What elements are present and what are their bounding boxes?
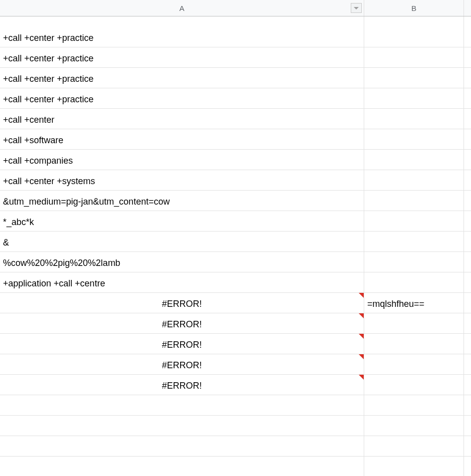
column-label: B (411, 4, 416, 12)
cell-c[interactable] (464, 88, 471, 108)
cell-a[interactable]: #ERROR! (0, 334, 364, 354)
cell-b[interactable] (364, 313, 464, 333)
cell-a[interactable]: *_abc*k (0, 211, 364, 231)
cell-c[interactable] (464, 375, 471, 395)
cell-a[interactable]: +call +center +practice (0, 88, 364, 108)
cell-b[interactable] (364, 232, 464, 251)
table-row: +call +center +systems (0, 170, 471, 191)
cell-b[interactable] (364, 354, 464, 374)
cell-a[interactable] (0, 436, 364, 456)
cell-c[interactable] (464, 232, 471, 251)
cell-c[interactable] (464, 293, 471, 313)
cell-c[interactable] (464, 170, 471, 190)
cell-c[interactable] (464, 211, 471, 231)
cell-c[interactable] (464, 334, 471, 354)
cell-c[interactable] (464, 457, 471, 476)
table-row: +call +companies (0, 150, 471, 170)
cell-a[interactable]: %cow%20%2pig%20%2lamb (0, 252, 364, 272)
cell-c[interactable] (464, 354, 471, 374)
cell-a[interactable]: & (0, 232, 364, 251)
cell-b[interactable] (364, 129, 464, 149)
cell-b[interactable] (364, 88, 464, 108)
cell-c[interactable] (464, 16, 471, 47)
cell-b[interactable] (364, 334, 464, 354)
cell-b[interactable] (364, 170, 464, 190)
cell-a[interactable]: #ERROR! (0, 313, 364, 333)
cell-c[interactable] (464, 47, 471, 67)
cell-a[interactable]: +call +center +practice (0, 68, 364, 88)
rows-container: +call +center +practice+call +center +pr… (0, 16, 471, 476)
table-row: #ERROR! (0, 313, 471, 334)
error-indicator-icon (359, 313, 364, 318)
cell-c[interactable] (464, 313, 471, 333)
cell-b[interactable] (364, 109, 464, 129)
cell-a[interactable]: #ERROR! (0, 354, 364, 374)
table-row: +call +center +practice (0, 68, 471, 88)
table-row: +call +center +practice (0, 88, 471, 109)
table-row: %cow%20%2pig%20%2lamb (0, 252, 471, 272)
table-row: +call +center (0, 109, 471, 129)
cell-a[interactable]: +call +center +systems (0, 170, 364, 190)
cell-b[interactable] (364, 436, 464, 456)
cell-b[interactable] (364, 68, 464, 88)
cell-c[interactable] (464, 436, 471, 456)
table-row (0, 457, 471, 476)
table-row: +call +center +practice (0, 47, 471, 68)
table-row (0, 395, 471, 416)
cell-b[interactable] (364, 416, 464, 436)
cell-c[interactable] (464, 395, 471, 415)
filter-dropdown[interactable] (351, 3, 362, 13)
cell-c[interactable] (464, 191, 471, 211)
cell-b[interactable] (364, 395, 464, 415)
error-indicator-icon (359, 375, 364, 380)
cell-b[interactable] (364, 211, 464, 231)
cell-b[interactable] (364, 252, 464, 272)
table-row: #ERROR! (0, 354, 471, 375)
cell-a[interactable]: #ERROR! (0, 375, 364, 395)
cell-a[interactable]: +application +call +centre (0, 272, 364, 292)
cell-c[interactable] (464, 416, 471, 436)
table-row: +call +center +practice (0, 16, 471, 47)
error-indicator-icon (359, 293, 364, 298)
spreadsheet: A B +call +center +practice+call +center… (0, 0, 471, 476)
cell-c[interactable] (464, 68, 471, 88)
column-header-b[interactable]: B (364, 0, 464, 16)
cell-c[interactable] (464, 272, 471, 292)
table-row: & (0, 232, 471, 252)
cell-a[interactable]: +call +center (0, 109, 364, 129)
table-row (0, 416, 471, 436)
cell-a[interactable] (0, 416, 364, 436)
chevron-down-icon (354, 7, 359, 9)
cell-b[interactable]: =mqlshfheu== (364, 293, 464, 313)
cell-a[interactable]: +call +software (0, 129, 364, 149)
table-row: #ERROR! (0, 334, 471, 354)
cell-a[interactable]: +call +companies (0, 150, 364, 170)
cell-c[interactable] (464, 150, 471, 170)
cell-b[interactable] (364, 272, 464, 292)
error-indicator-icon (359, 334, 364, 339)
table-row: #ERROR! (0, 375, 471, 395)
cell-c[interactable] (464, 252, 471, 272)
column-header-a[interactable]: A (0, 0, 364, 16)
table-row: +call +software (0, 129, 471, 150)
cell-b[interactable] (364, 375, 464, 395)
cell-a[interactable]: +call +center +practice (0, 16, 364, 47)
cell-b[interactable] (364, 457, 464, 476)
column-header-c[interactable] (464, 0, 471, 16)
cell-a[interactable]: #ERROR! (0, 293, 364, 313)
cell-c[interactable] (464, 109, 471, 129)
table-row (0, 436, 471, 457)
cell-a[interactable]: &utm_medium=pig-jan&utm_content=cow (0, 191, 364, 211)
column-label: A (179, 4, 184, 12)
cell-b[interactable] (364, 47, 464, 67)
cell-a[interactable]: +call +center +practice (0, 47, 364, 67)
table-row: *_abc*k (0, 211, 471, 232)
column-header-row: A B (0, 0, 471, 16)
cell-a[interactable] (0, 457, 364, 476)
cell-c[interactable] (464, 129, 471, 149)
cell-b[interactable] (364, 16, 464, 47)
cell-a[interactable] (0, 395, 364, 415)
cell-b[interactable] (364, 150, 464, 170)
cell-b[interactable] (364, 191, 464, 211)
table-row: +application +call +centre (0, 272, 471, 293)
